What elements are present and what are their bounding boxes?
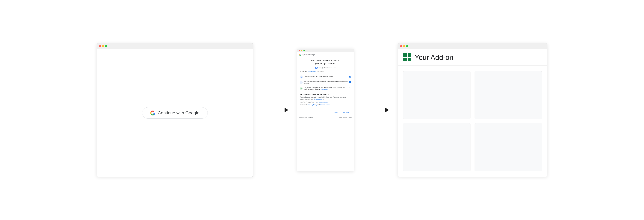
browser-window-1: Continue with Google (96, 43, 253, 177)
titlebar-3 (398, 43, 547, 49)
svg-rect-6 (301, 88, 302, 89)
svg-rect-5 (300, 88, 301, 89)
dialog-title: Your Add-On! wants access to your Google… (300, 59, 351, 65)
google-account-link[interactable]: Google Account (314, 98, 323, 100)
dialog-header-text: Sign in with Google (302, 54, 315, 56)
trust-text-2: Learn how Google helps you share data sa… (300, 101, 351, 103)
logo-square-3 (403, 58, 407, 62)
dialog-header: Sign in with Google (297, 52, 354, 57)
dialog-actions: Cancel Continue (297, 109, 354, 116)
continue-with-google-button[interactable]: Continue with Google (142, 107, 208, 119)
person-public-icon (300, 81, 303, 84)
permission-checkbox-1[interactable] (349, 76, 351, 77)
browser-content-3: Your Add-on (398, 49, 547, 177)
svg-rect-3 (300, 88, 301, 88)
arrow-2 (362, 108, 390, 112)
footer-terms[interactable]: Terms (348, 117, 352, 118)
cancel-button[interactable]: Cancel (332, 111, 340, 114)
arrow-line-2 (362, 110, 385, 111)
logo-square-4 (408, 58, 412, 62)
permission-item-2: See your personal info, including any pe… (300, 80, 351, 86)
dialog-email: user@schoolDomain.com (300, 67, 351, 69)
addon-card-4 (474, 123, 542, 171)
svg-point-1 (301, 76, 302, 77)
permission-item-3: See, create, and update its own attachme… (300, 86, 351, 92)
learn-more-link[interactable]: Learn more (321, 89, 328, 90)
svg-point-0 (316, 67, 317, 68)
dot-red-1 (99, 45, 101, 47)
dialog-footer: English (United States) Help Privacy Ter… (297, 116, 354, 119)
logo-square-1 (403, 53, 407, 57)
trust-text-3: See Kahoot!'s Privacy Policy and Terms o… (300, 104, 351, 106)
arrow-line-1 (262, 110, 284, 111)
arrow-shape-1 (262, 108, 289, 112)
email-avatar (315, 67, 318, 69)
dot-green-3 (406, 45, 408, 47)
browser-content-1: Continue with Google (97, 49, 253, 177)
trust-section: Make sure you trust the installed Add-On… (300, 94, 351, 106)
addon-card-3 (403, 123, 470, 171)
addon-body (398, 66, 547, 177)
dot-yellow-3 (403, 45, 405, 47)
dot-yellow-1 (102, 45, 104, 47)
footer-privacy[interactable]: Privacy (343, 117, 347, 118)
dot-green-2 (304, 50, 305, 51)
google-signin-dialog: Sign in with Google Your Add-On! wants a… (297, 52, 354, 119)
browser-window-2: Sign in with Google Your Add-On! wants a… (297, 49, 354, 171)
continue-button[interactable]: Continue (341, 111, 351, 114)
permission-item-1: Associate you with your personal info on… (300, 74, 351, 80)
email-text: user@schoolDomain.com (318, 67, 336, 69)
terms-of-service-link[interactable]: Terms of Service (320, 104, 330, 106)
dot-green-1 (105, 45, 107, 47)
permission-checkbox-3[interactable] (349, 87, 351, 89)
share-data-safely-link[interactable]: share data safely (317, 101, 328, 103)
continue-with-google-label: Continue with Google (158, 111, 200, 116)
footer-links: Help Privacy Terms (339, 117, 352, 118)
person-info-icon (300, 75, 303, 78)
flow-container: Continue with Google (0, 0, 644, 220)
permission-text-1: Associate you with your personal info on… (304, 75, 348, 77)
google-small-icon (299, 54, 301, 56)
footer-help[interactable]: Help (339, 117, 342, 118)
addon-link[interactable]: your Add-On (308, 71, 316, 73)
google-g-icon (150, 111, 155, 116)
dot-red-2 (298, 50, 300, 51)
titlebar-2 (297, 49, 354, 52)
dialog-select-text: Select what your Add-On can access (300, 71, 351, 73)
svg-rect-4 (301, 88, 302, 88)
dot-red-3 (400, 45, 402, 47)
arrow-head-1 (284, 108, 288, 112)
classroom-icon (300, 87, 303, 90)
addon-title: Your Add-on (414, 53, 453, 61)
trust-text-1: You may be sharing sensitive info with t… (300, 96, 351, 100)
permission-text-3: See, create, and update its own attachme… (304, 87, 348, 91)
footer-language: English (United States) (299, 117, 313, 118)
browser-content-2: Sign in with Google Your Add-On! wants a… (297, 52, 354, 171)
trust-title: Make sure you trust the installed Add-On… (300, 94, 351, 95)
arrow-head-2 (385, 108, 389, 112)
logo-square-2 (408, 53, 412, 57)
addon-card-1 (403, 71, 470, 119)
dropdown-icon (312, 117, 313, 118)
svg-point-2 (301, 82, 302, 82)
permission-text-2: See your personal info, including any pe… (304, 81, 348, 85)
titlebar-1 (97, 43, 253, 49)
privacy-policy-link[interactable]: Privacy Policy (308, 104, 317, 106)
permission-checkbox-2[interactable] (349, 81, 351, 83)
person-icon (316, 67, 317, 69)
addon-logo (403, 53, 411, 61)
dialog-body: Your Add-On! wants access to your Google… (297, 57, 354, 109)
arrow-1 (262, 108, 289, 112)
addon-card-2 (474, 71, 542, 119)
arrow-shape-2 (362, 108, 390, 112)
addon-content: Your Add-on (398, 49, 547, 177)
addon-header: Your Add-on (398, 49, 547, 66)
browser-window-3: Your Add-on (398, 43, 548, 177)
dot-yellow-2 (301, 50, 302, 51)
